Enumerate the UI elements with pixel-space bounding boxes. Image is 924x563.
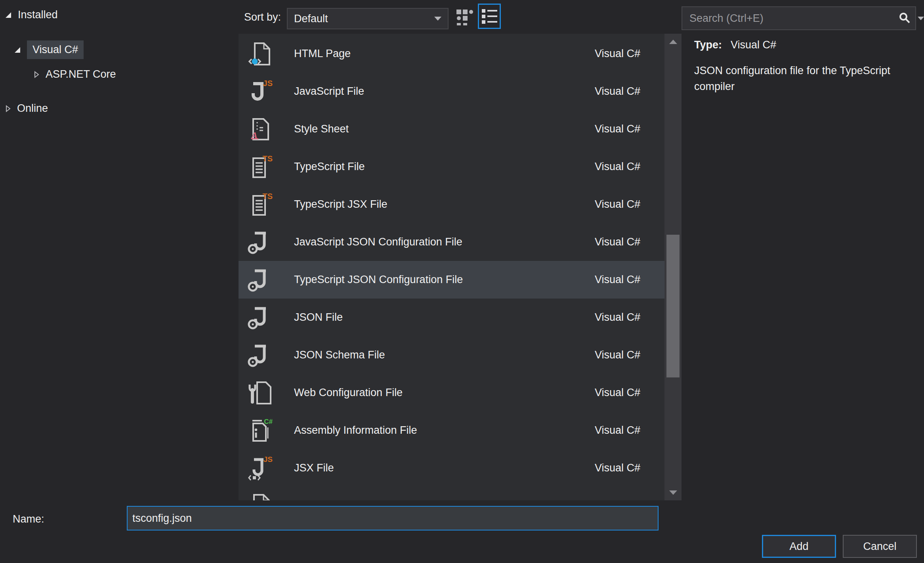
template-name: HTML Page (294, 48, 351, 60)
search-icon[interactable] (899, 12, 911, 24)
chevron-down-icon (434, 17, 441, 21)
tree-item-label: Installed (18, 9, 58, 21)
assembly-file-icon (248, 418, 273, 443)
template-category: Visual C# (595, 274, 640, 286)
json-file-icon (248, 267, 273, 293)
add-button[interactable]: Add (762, 535, 836, 558)
list-item[interactable]: HTML Page Visual C# (239, 35, 665, 73)
list-item[interactable]: JSON File Visual C# (239, 299, 665, 336)
ts-file-icon (248, 154, 273, 180)
template-list-panel: HTML Page Visual C# JavaScript File Visu… (239, 34, 682, 500)
list-item[interactable]: TypeScript JSON Configuration File Visua… (239, 261, 665, 299)
template-name: Web Configuration File (294, 387, 403, 399)
webconfig-file-icon (248, 380, 273, 406)
expanded-arrow-icon[interactable] (14, 46, 21, 54)
tree-item-installed[interactable]: Installed (5, 9, 58, 21)
template-category: Visual C# (595, 311, 640, 324)
scrollbar[interactable] (664, 34, 682, 500)
json-file-icon (248, 305, 273, 330)
medium-icons-view-button[interactable] (454, 6, 475, 28)
json-file-icon (248, 343, 273, 368)
triangle-down-icon (669, 490, 677, 495)
xml-file-icon (248, 493, 273, 501)
list-item[interactable]: JSX File Visual C# (239, 449, 665, 487)
json-file-icon (248, 230, 273, 255)
tree-item-visual-csharp[interactable]: Visual C# (14, 40, 84, 59)
template-category: Visual C# (595, 500, 640, 500)
template-name: TypeScript JSON Configuration File (294, 274, 463, 286)
triangle-up-icon (669, 40, 677, 44)
template-name: JavaScript File (294, 85, 364, 98)
type-value: Visual C# (731, 39, 776, 51)
list-item[interactable]: Assembly Information File Visual C# (239, 412, 665, 449)
search-options-chevron-icon[interactable] (918, 17, 924, 20)
html-file-icon (248, 41, 273, 67)
template-category: Visual C# (595, 236, 640, 248)
name-input[interactable] (127, 506, 659, 530)
list-item[interactable]: Style Sheet Visual C# (239, 110, 665, 148)
list-item[interactable]: JavaScript File Visual C# (239, 73, 665, 110)
template-name: JSON Schema File (294, 349, 385, 361)
sort-by-dropdown[interactable]: Default (287, 8, 449, 29)
add-button-label: Add (789, 540, 808, 553)
search-box[interactable] (682, 6, 916, 30)
scrollbar-thumb[interactable] (666, 235, 680, 377)
list-item[interactable]: XML File Visual C# (239, 487, 665, 500)
sort-by-value: Default (294, 13, 328, 25)
template-category: Visual C# (595, 85, 640, 98)
tree-item-online[interactable]: Online (5, 102, 48, 115)
scroll-down-button[interactable] (664, 484, 682, 500)
template-name: Style Sheet (294, 123, 349, 135)
cancel-button-label: Cancel (863, 540, 896, 553)
css-file-icon (248, 117, 273, 142)
list-item[interactable]: JavaScript JSON Configuration File Visua… (239, 223, 665, 261)
template-category: Visual C# (595, 387, 640, 399)
template-type-row: Type: Visual C# (694, 39, 776, 51)
tree-item-aspnet-core[interactable]: ASP.NET Core (33, 68, 116, 80)
list-item[interactable]: Web Configuration File Visual C# (239, 374, 665, 412)
type-label: Type: (694, 39, 722, 51)
template-list: HTML Page Visual C# JavaScript File Visu… (239, 35, 665, 500)
ts-file-icon (248, 192, 273, 217)
template-name: JSX File (294, 462, 334, 474)
collapsed-arrow-icon[interactable] (5, 105, 11, 112)
collapsed-arrow-icon[interactable] (33, 71, 40, 78)
search-input[interactable] (689, 12, 899, 25)
list-item[interactable]: TypeScript JSX File Visual C# (239, 186, 665, 223)
template-category: Visual C# (595, 48, 640, 60)
template-category: Visual C# (595, 161, 640, 173)
list-item[interactable]: JSON Schema File Visual C# (239, 336, 665, 374)
template-category: Visual C# (595, 123, 640, 135)
template-description: JSON configuration file for the TypeScri… (694, 63, 924, 94)
list-view-button[interactable] (478, 4, 501, 29)
tree-item-label-selected: Visual C# (27, 40, 84, 59)
sort-by-label: Sort by: (244, 11, 281, 23)
scroll-up-button[interactable] (664, 34, 682, 50)
template-category: Visual C# (595, 424, 640, 437)
template-name: JSON File (294, 311, 343, 324)
template-name: Assembly Information File (294, 424, 417, 437)
tree-item-label: ASP.NET Core (46, 68, 116, 80)
jsx-file-icon (248, 456, 273, 481)
js-file-icon (248, 79, 273, 104)
grid-view-icon (455, 7, 475, 27)
tree-item-label: Online (17, 102, 48, 115)
template-name: XML File (294, 500, 336, 500)
template-name: JavaScript JSON Configuration File (294, 236, 462, 248)
template-name: TypeScript JSX File (294, 198, 388, 211)
template-name: TypeScript File (294, 161, 365, 173)
expanded-arrow-icon[interactable] (5, 11, 12, 19)
template-category: Visual C# (595, 349, 640, 361)
template-category: Visual C# (595, 198, 640, 211)
template-category: Visual C# (595, 462, 640, 474)
list-item[interactable]: TypeScript File Visual C# (239, 148, 665, 186)
list-view-icon (480, 7, 498, 26)
name-label: Name: (13, 513, 44, 525)
cancel-button[interactable]: Cancel (843, 535, 917, 558)
